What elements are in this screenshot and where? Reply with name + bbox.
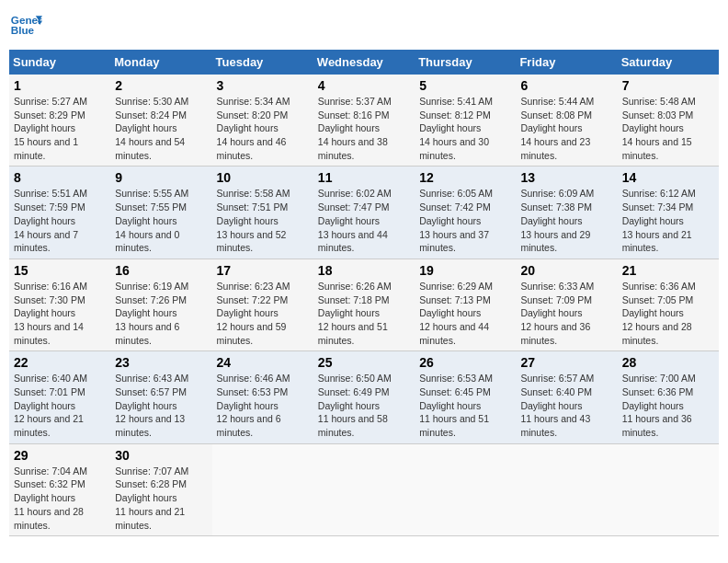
calendar-day-cell — [415, 443, 516, 535]
logo: General Blue — [9, 9, 42, 42]
day-info: Sunrise: 6:36 AMSunset: 7:05 PMDaylight … — [622, 280, 714, 347]
calendar-week-row: 29 Sunrise: 7:04 AMSunset: 6:32 PMDaylig… — [9, 443, 719, 535]
day-number: 30 — [115, 448, 207, 463]
day-info: Sunrise: 5:41 AMSunset: 8:12 PMDaylight … — [419, 95, 511, 162]
calendar-day-cell: 7 Sunrise: 5:48 AMSunset: 8:03 PMDayligh… — [618, 75, 719, 167]
day-number: 21 — [622, 263, 714, 278]
calendar-week-row: 15 Sunrise: 6:16 AMSunset: 7:30 PMDaylig… — [9, 259, 719, 350]
calendar-day-cell: 5 Sunrise: 5:41 AMSunset: 8:12 PMDayligh… — [415, 75, 516, 167]
calendar-day-cell: 9 Sunrise: 5:55 AMSunset: 7:55 PMDayligh… — [110, 167, 211, 259]
calendar-day-cell: 18 Sunrise: 6:26 AMSunset: 7:18 PMDaylig… — [313, 259, 415, 350]
day-number: 15 — [14, 263, 106, 278]
day-number: 20 — [520, 263, 612, 278]
day-info: Sunrise: 7:04 AMSunset: 6:32 PMDaylight … — [14, 465, 106, 532]
page-header: General Blue — [9, 9, 719, 42]
calendar-day-cell: 16 Sunrise: 6:19 AMSunset: 7:26 PMDaylig… — [110, 259, 211, 350]
day-number: 7 — [622, 78, 714, 93]
day-number: 24 — [217, 355, 309, 370]
day-info: Sunrise: 6:12 AMSunset: 7:34 PMDaylight … — [622, 187, 714, 254]
svg-text:Blue: Blue — [11, 24, 35, 36]
day-info: Sunrise: 5:58 AMSunset: 7:51 PMDaylight … — [217, 187, 309, 254]
calendar-day-cell: 6 Sunrise: 5:44 AMSunset: 8:08 PMDayligh… — [516, 75, 617, 167]
day-number: 4 — [318, 78, 410, 93]
calendar-day-cell: 25 Sunrise: 6:50 AMSunset: 6:49 PMDaylig… — [313, 351, 415, 443]
day-info: Sunrise: 7:07 AMSunset: 6:28 PMDaylight … — [115, 465, 207, 532]
day-info: Sunrise: 6:05 AMSunset: 7:42 PMDaylight … — [419, 187, 511, 254]
day-info: Sunrise: 6:57 AMSunset: 6:40 PMDaylight … — [520, 372, 612, 439]
day-number: 25 — [318, 355, 410, 370]
weekday-header: Monday — [110, 50, 211, 75]
calendar-day-cell: 23 Sunrise: 6:43 AMSunset: 6:57 PMDaylig… — [110, 351, 211, 443]
calendar-day-cell: 27 Sunrise: 6:57 AMSunset: 6:40 PMDaylig… — [516, 351, 617, 443]
weekday-header: Tuesday — [212, 50, 313, 75]
weekday-header-row: SundayMondayTuesdayWednesdayThursdayFrid… — [9, 50, 719, 75]
day-info: Sunrise: 5:30 AMSunset: 8:24 PMDaylight … — [115, 95, 207, 162]
calendar-day-cell: 2 Sunrise: 5:30 AMSunset: 8:24 PMDayligh… — [110, 75, 211, 167]
weekday-header: Thursday — [415, 50, 516, 75]
day-number: 3 — [217, 78, 309, 93]
day-info: Sunrise: 5:44 AMSunset: 8:08 PMDaylight … — [520, 95, 612, 162]
calendar-day-cell: 20 Sunrise: 6:33 AMSunset: 7:09 PMDaylig… — [516, 259, 617, 350]
day-number: 16 — [115, 263, 207, 278]
day-number: 17 — [217, 263, 309, 278]
weekday-header: Wednesday — [313, 50, 415, 75]
weekday-header: Saturday — [618, 50, 719, 75]
calendar-day-cell: 1 Sunrise: 5:27 AMSunset: 8:29 PMDayligh… — [9, 75, 110, 167]
calendar-day-cell: 24 Sunrise: 6:46 AMSunset: 6:53 PMDaylig… — [212, 351, 313, 443]
day-info: Sunrise: 6:02 AMSunset: 7:47 PMDaylight … — [318, 187, 410, 254]
day-info: Sunrise: 6:43 AMSunset: 6:57 PMDaylight … — [115, 372, 207, 439]
calendar-day-cell: 12 Sunrise: 6:05 AMSunset: 7:42 PMDaylig… — [415, 167, 516, 259]
day-number: 2 — [115, 78, 207, 93]
calendar-day-cell — [516, 443, 617, 535]
day-info: Sunrise: 5:55 AMSunset: 7:55 PMDaylight … — [115, 187, 207, 254]
calendar-day-cell: 21 Sunrise: 6:36 AMSunset: 7:05 PMDaylig… — [618, 259, 719, 350]
day-info: Sunrise: 6:09 AMSunset: 7:38 PMDaylight … — [520, 187, 612, 254]
calendar-day-cell — [212, 443, 313, 535]
calendar-day-cell: 8 Sunrise: 5:51 AMSunset: 7:59 PMDayligh… — [9, 167, 110, 259]
calendar-day-cell: 15 Sunrise: 6:16 AMSunset: 7:30 PMDaylig… — [9, 259, 110, 350]
day-info: Sunrise: 6:19 AMSunset: 7:26 PMDaylight … — [115, 280, 207, 347]
day-info: Sunrise: 6:26 AMSunset: 7:18 PMDaylight … — [318, 280, 410, 347]
day-number: 26 — [419, 355, 511, 370]
calendar-week-row: 8 Sunrise: 5:51 AMSunset: 7:59 PMDayligh… — [9, 167, 719, 259]
day-number: 5 — [419, 78, 511, 93]
day-number: 29 — [14, 448, 106, 463]
day-info: Sunrise: 6:23 AMSunset: 7:22 PMDaylight … — [217, 280, 309, 347]
day-info: Sunrise: 5:34 AMSunset: 8:20 PMDaylight … — [217, 95, 309, 162]
calendar-table: SundayMondayTuesdayWednesdayThursdayFrid… — [9, 50, 719, 536]
calendar-day-cell: 3 Sunrise: 5:34 AMSunset: 8:20 PMDayligh… — [212, 75, 313, 167]
calendar-day-cell: 29 Sunrise: 7:04 AMSunset: 6:32 PMDaylig… — [9, 443, 110, 535]
calendar-day-cell: 4 Sunrise: 5:37 AMSunset: 8:16 PMDayligh… — [313, 75, 415, 167]
day-number: 1 — [14, 78, 106, 93]
day-number: 13 — [520, 170, 612, 185]
day-number: 11 — [318, 170, 410, 185]
day-number: 8 — [14, 170, 106, 185]
day-number: 12 — [419, 170, 511, 185]
calendar-day-cell: 11 Sunrise: 6:02 AMSunset: 7:47 PMDaylig… — [313, 167, 415, 259]
day-info: Sunrise: 6:40 AMSunset: 7:01 PMDaylight … — [14, 372, 106, 439]
day-number: 14 — [622, 170, 714, 185]
calendar-day-cell: 19 Sunrise: 6:29 AMSunset: 7:13 PMDaylig… — [415, 259, 516, 350]
day-info: Sunrise: 6:33 AMSunset: 7:09 PMDaylight … — [520, 280, 612, 347]
calendar-week-row: 1 Sunrise: 5:27 AMSunset: 8:29 PMDayligh… — [9, 75, 719, 167]
calendar-day-cell: 14 Sunrise: 6:12 AMSunset: 7:34 PMDaylig… — [618, 167, 719, 259]
day-number: 28 — [622, 355, 714, 370]
day-info: Sunrise: 5:51 AMSunset: 7:59 PMDaylight … — [14, 187, 106, 254]
calendar-day-cell — [618, 443, 719, 535]
day-number: 6 — [520, 78, 612, 93]
day-info: Sunrise: 6:50 AMSunset: 6:49 PMDaylight … — [318, 372, 410, 439]
day-number: 10 — [217, 170, 309, 185]
day-info: Sunrise: 6:29 AMSunset: 7:13 PMDaylight … — [419, 280, 511, 347]
calendar-week-row: 22 Sunrise: 6:40 AMSunset: 7:01 PMDaylig… — [9, 351, 719, 443]
weekday-header: Friday — [516, 50, 617, 75]
day-info: Sunrise: 5:37 AMSunset: 8:16 PMDaylight … — [318, 95, 410, 162]
day-info: Sunrise: 6:53 AMSunset: 6:45 PMDaylight … — [419, 372, 511, 439]
day-number: 27 — [520, 355, 612, 370]
day-info: Sunrise: 7:00 AMSunset: 6:36 PMDaylight … — [622, 372, 714, 439]
day-info: Sunrise: 5:48 AMSunset: 8:03 PMDaylight … — [622, 95, 714, 162]
weekday-header: Sunday — [9, 50, 110, 75]
day-info: Sunrise: 6:46 AMSunset: 6:53 PMDaylight … — [217, 372, 309, 439]
day-number: 23 — [115, 355, 207, 370]
day-number: 22 — [14, 355, 106, 370]
day-number: 18 — [318, 263, 410, 278]
